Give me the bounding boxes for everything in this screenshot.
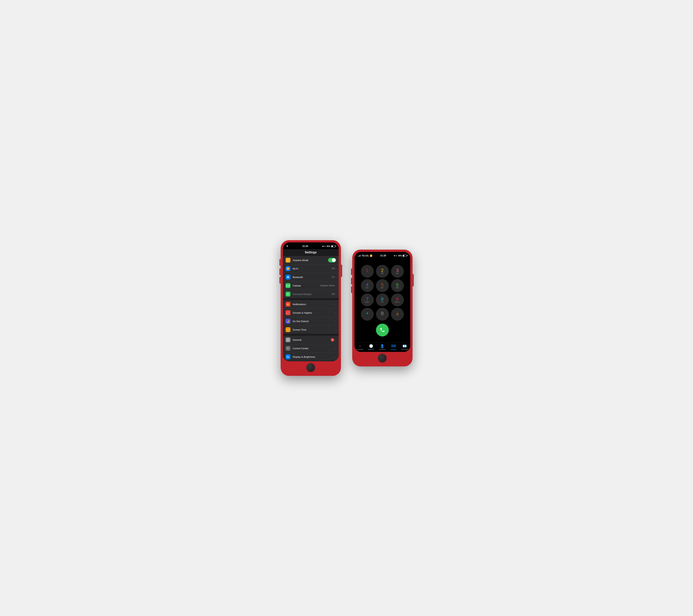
airplane-mode-status-icon: ✈	[286, 245, 288, 247]
cellular-settings-icon: ((●))	[285, 283, 291, 288]
settings-row-dnd[interactable]: 🌙 Do Not Disturb ›	[283, 317, 339, 325]
general-chevron: ›	[335, 339, 336, 341]
dial-key-8[interactable]: 8 TUV	[376, 294, 389, 306]
notifications-chevron: ›	[335, 303, 336, 305]
tab-contacts[interactable]: 👤 Contacts	[377, 344, 387, 351]
recents-icon: 🕐	[369, 344, 373, 348]
dial-number-1: 1	[366, 268, 369, 273]
sounds-label: Sounds & Haptics	[293, 312, 335, 314]
notifications-label: Notifications	[293, 303, 335, 306]
dnd-label: Do Not Disturb	[293, 320, 335, 323]
contacts-label: Contacts	[379, 349, 386, 351]
status-time: 21:25	[302, 245, 308, 247]
tab-keypad[interactable]: ⌨ Keypad	[389, 344, 398, 351]
dial-key-hash[interactable]: #	[391, 308, 404, 321]
tab-voicemail[interactable]: 📧 Voicemail	[400, 344, 409, 351]
status-left: ✈	[286, 245, 288, 247]
hotspot-settings-icon: ⊕	[285, 292, 291, 297]
settings-row-cellular[interactable]: ((●)) Cellular Airplane Mode ›	[283, 281, 339, 290]
settings-group-system: 🔔 Notifications › 🔊 Sounds & Haptics ›	[283, 300, 339, 334]
dial-key-5[interactable]: 5 JKL	[376, 279, 389, 292]
dial-key-star[interactable]: *	[361, 308, 374, 321]
bluetooth-label: Bluetooth	[293, 276, 332, 279]
battery-icon	[331, 245, 335, 247]
status-bar-dialpad: TELCEL 📶 21:20 ◈ ▷ 35%	[355, 252, 410, 259]
battery-percent: 35%	[326, 245, 330, 247]
wifi-value: Off	[332, 267, 335, 270]
dial-letters-2: ABC	[380, 273, 384, 274]
keypad-icon: ⌨	[391, 344, 396, 348]
home-button-dialpad[interactable]	[378, 354, 387, 362]
voicemail-icon: 📧	[402, 344, 407, 348]
dial-key-1[interactable]: 1	[361, 265, 374, 278]
cellular-value: Airplane Mode	[320, 284, 335, 287]
settings-row-control-center[interactable]: ⊟ Control Center ›	[283, 344, 339, 353]
settings-row-airplane-mode[interactable]: ✈ Airplane Mode	[283, 256, 339, 264]
dial-key-3[interactable]: 3 DEF	[391, 265, 404, 278]
dial-letters-6: MNO	[396, 287, 399, 289]
screen-time-chevron: ›	[335, 329, 336, 331]
settings-screen: Settings ✈ Airplane Mode	[283, 249, 339, 361]
dial-number-5: 5	[381, 282, 383, 287]
airplane-mode-toggle[interactable]	[328, 258, 336, 262]
dnd-settings-icon: 🌙	[285, 319, 291, 324]
call-button-row	[376, 322, 389, 336]
wifi-settings-icon: 📶	[285, 266, 291, 271]
tab-favorites[interactable]: ☆ Favorites	[355, 344, 365, 351]
dial-letters-8: TUV	[381, 301, 384, 303]
dial-key-2[interactable]: 2 ABC	[376, 265, 389, 278]
airplane-mode-label: Airplane Mode	[293, 259, 328, 262]
signal-bars	[358, 255, 361, 257]
dialpad-area: 1 2 ABC 3 DEF 4 GHI	[355, 259, 410, 343]
call-icon	[380, 327, 385, 333]
group-spacer-2	[283, 334, 339, 336]
dial-letters-1	[367, 273, 368, 274]
tab-bar: ☆ Favorites 🕐 Recents 👤 Contacts ⌨ Keypa…	[355, 343, 410, 352]
dial-row-4: * 0 + #	[361, 308, 404, 321]
dial-letters-5: JKL	[381, 287, 384, 289]
dial-row-2: 4 GHI 5 JKL 6 MNO	[361, 279, 404, 292]
dial-letters-9: WXYZ	[395, 301, 399, 303]
settings-row-screen-time[interactable]: ⏳ Screen Time ›	[283, 325, 339, 334]
carrier-name: TELCEL	[362, 255, 369, 257]
general-badge: 1	[331, 338, 334, 341]
dial-number-8: 8	[381, 297, 383, 301]
settings-row-bluetooth[interactable]: ✱ Bluetooth On ›	[283, 273, 339, 281]
call-button[interactable]	[376, 324, 389, 336]
screen-time-label: Screen Time	[293, 329, 335, 331]
control-center-chevron: ›	[335, 347, 336, 350]
settings-row-notifications[interactable]: 🔔 Notifications ›	[283, 300, 339, 309]
dial-key-7[interactable]: 7 PQRS	[361, 294, 374, 306]
display-chevron: ›	[335, 356, 336, 358]
dial-key-9[interactable]: 9 WXYZ	[391, 294, 404, 306]
settings-title: Settings	[283, 249, 339, 256]
settings-row-wifi[interactable]: 📶 Wi-Fi Off ›	[283, 264, 339, 273]
settings-row-hotspot[interactable]: ⊕ Personal Hotspot Off ›	[283, 290, 339, 298]
contacts-icon: 👤	[380, 344, 384, 348]
status-bar-settings: ✈ 21:25 ◈ ▷ 35%	[283, 242, 339, 249]
general-label: General	[293, 339, 331, 341]
settings-row-sounds[interactable]: 🔊 Sounds & Haptics ›	[283, 309, 339, 317]
settings-row-general[interactable]: ⚙ General 1 ›	[283, 336, 339, 344]
settings-row-display[interactable]: Aa Display & Brightness ›	[283, 353, 339, 361]
general-settings-icon: ⚙	[285, 337, 291, 342]
dial-key-4[interactable]: 4 GHI	[361, 279, 374, 292]
wifi-chevron: ›	[335, 268, 336, 270]
dnd-chevron: ›	[335, 320, 336, 322]
cellular-label: Cellular	[293, 284, 320, 287]
display-label: Display & Brightness	[293, 356, 335, 358]
dial-key-6[interactable]: 6 MNO	[391, 279, 404, 292]
tab-recents[interactable]: 🕐 Recents	[367, 344, 376, 351]
favorites-label: Favorites	[357, 349, 363, 351]
dial-letters-3: DEF	[396, 273, 399, 274]
sounds-settings-icon: 🔊	[285, 310, 291, 315]
notifications-settings-icon: 🔔	[285, 302, 291, 307]
dial-number-2: 2	[381, 268, 383, 273]
hotspot-label: Personal Hotspot	[293, 293, 332, 296]
bluetooth-settings-icon: ✱	[285, 275, 291, 280]
bluetooth-chevron: ›	[335, 276, 336, 278]
dial-key-0[interactable]: 0 +	[376, 308, 389, 321]
status-left-dialpad: TELCEL 📶	[358, 255, 372, 257]
home-button-settings[interactable]	[306, 363, 315, 372]
hotspot-value: Off	[332, 293, 335, 295]
